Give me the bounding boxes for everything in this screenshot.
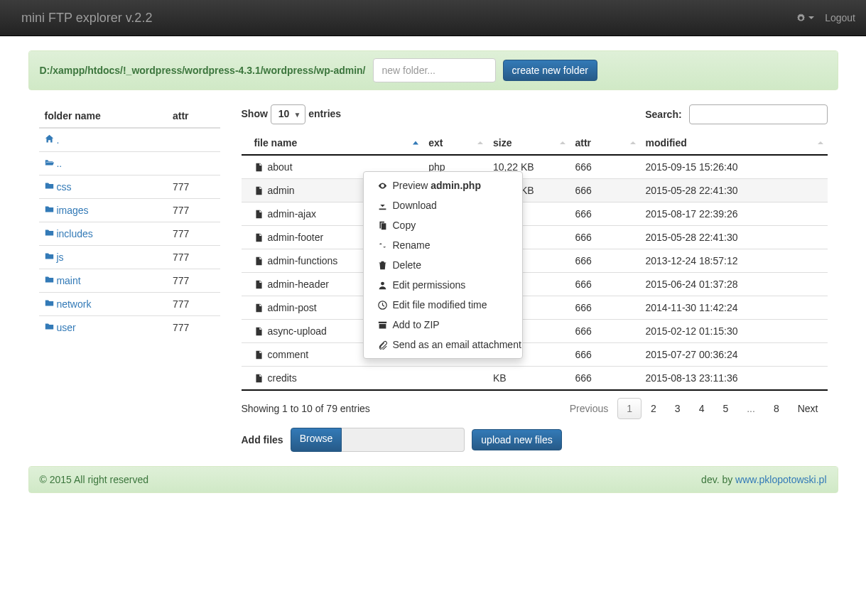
folder-icon [45, 322, 54, 331]
navbar: mini FTP explorer v.2.2 Logout [0, 0, 866, 36]
ctx-rename[interactable]: Rename [364, 235, 522, 255]
file-icon [254, 210, 264, 219]
table-info: Showing 1 to 10 of 79 entries [242, 403, 370, 414]
file-row[interactable]: admin-footerKB6662015-05-28 22:41:30 [242, 226, 828, 249]
gear-icon [796, 13, 806, 23]
col-folder-name: folder name [39, 104, 167, 128]
ctx-email[interactable]: Send as an email attachment [364, 335, 522, 355]
new-folder-input[interactable] [373, 58, 496, 82]
rename-icon [378, 241, 387, 250]
eye-icon [378, 181, 387, 190]
clock-icon [378, 301, 387, 310]
logout-link[interactable]: Logout [825, 12, 855, 23]
caret-down-icon [808, 16, 814, 19]
folder-icon [45, 275, 54, 284]
entries-select[interactable]: 10▼ [271, 104, 306, 124]
folder-row-home[interactable]: . [39, 128, 220, 152]
folder-icon [45, 298, 54, 308]
brand[interactable]: mini FTP explorer v.2.2 [11, 11, 163, 26]
copy-icon [378, 221, 387, 230]
page-next[interactable]: Next [789, 398, 828, 419]
col-file-attr[interactable]: attr [570, 131, 640, 155]
folder-icon [45, 205, 54, 214]
file-row[interactable]: creditsKB6662015-08-13 23:11:36 [242, 367, 828, 391]
browse-button[interactable]: Browse [291, 428, 342, 452]
page-...: ... [737, 398, 764, 419]
col-ext[interactable]: ext [423, 131, 487, 155]
file-row[interactable]: admin-headerKB6662015-06-24 01:37:28 [242, 273, 828, 296]
folder-row[interactable]: js777 [39, 246, 220, 269]
file-row[interactable]: aboutphp10,22 KB6662015-09-15 15:26:40 [242, 155, 828, 179]
page-8[interactable]: 8 [764, 398, 789, 419]
folder-icon [45, 181, 54, 190]
file-icon [254, 163, 264, 172]
folder-row[interactable]: images777 [39, 199, 220, 222]
page-prev: Previous [561, 398, 617, 419]
folder-row[interactable]: maint777 [39, 269, 220, 293]
breadcrumb: D:/xampp/htdocs/!_wordpress/wordpress-4.… [40, 65, 366, 76]
entries-length-label: Show 10▼ entries [242, 104, 342, 124]
settings-dropdown[interactable] [796, 13, 814, 23]
trash-icon [378, 261, 387, 270]
ctx-zip[interactable]: Add to ZIP [364, 315, 522, 335]
file-row[interactable]: async-uploadKB6662015-02-12 01:15:30 [242, 320, 828, 343]
file-icon [254, 303, 264, 313]
folder-open-icon [45, 158, 54, 167]
file-icon [254, 374, 264, 383]
col-attr: attr [167, 104, 220, 128]
page-1[interactable]: 1 [617, 398, 642, 419]
col-file-name[interactable]: file name [242, 131, 423, 155]
file-icon [254, 256, 264, 266]
page-2[interactable]: 2 [642, 398, 666, 419]
ctx-download[interactable]: Download [364, 195, 522, 215]
folder-icon [45, 228, 54, 237]
folder-tree-table: folder name attr . .. css777 images777 i… [39, 104, 220, 339]
file-icon [254, 186, 264, 195]
file-icon [254, 350, 264, 360]
page-4[interactable]: 4 [690, 398, 714, 419]
download-icon [378, 201, 387, 210]
file-row[interactable]: adminphp10,65 KB6662015-05-28 22:41:30 [242, 179, 828, 202]
ctx-preview[interactable]: Preview admin.php [364, 175, 522, 195]
ctx-permissions[interactable]: Edit permissions [364, 275, 522, 295]
ctx-copy[interactable]: Copy [364, 215, 522, 235]
file-table: file name ext size attr modified aboutph… [242, 131, 828, 391]
search-input[interactable] [689, 104, 828, 124]
file-row[interactable]: admin-postKB6662014-11-30 11:42:24 [242, 296, 828, 320]
folder-row[interactable]: css777 [39, 175, 220, 199]
page-3[interactable]: 3 [666, 398, 690, 419]
file-row[interactable]: admin-functions36662013-12-24 18:57:12 [242, 249, 828, 273]
upload-button[interactable]: upload new files [472, 429, 561, 450]
context-menu: Preview admin.php Download Copy Rename D… [363, 171, 523, 359]
archive-icon [378, 320, 387, 330]
paperclip-icon [378, 340, 387, 350]
ctx-delete[interactable]: Delete [364, 255, 522, 275]
add-files-label: Add files [242, 434, 283, 445]
copyright: © 2015 All right reserved [40, 474, 149, 485]
folder-row-up[interactable]: .. [39, 152, 220, 175]
file-row[interactable]: admin-ajaxKB6662015-08-17 22:39:26 [242, 202, 828, 226]
pagination: Previous12345...8Next [561, 398, 828, 419]
user-icon [378, 281, 387, 290]
file-icon [254, 233, 264, 242]
file-row[interactable]: comment7 KB6662015-07-27 00:36:24 [242, 343, 828, 367]
dev-link[interactable]: www.pklopotowski.pl [735, 474, 826, 485]
create-folder-button[interactable]: create new folder [503, 60, 597, 81]
ctx-modtime[interactable]: Edit file modified time [364, 295, 522, 315]
folder-row[interactable]: network777 [39, 293, 220, 316]
file-icon [254, 327, 264, 336]
folder-icon [45, 252, 54, 261]
dev-credit: dev. by www.pklopotowski.pl [701, 474, 826, 485]
browse-filename [342, 428, 465, 452]
file-icon [254, 280, 264, 289]
footer-panel: © 2015 All right reserved dev. by www.pk… [28, 466, 838, 493]
col-modified[interactable]: modified [640, 131, 828, 155]
folder-row[interactable]: user777 [39, 316, 220, 340]
col-size[interactable]: size [487, 131, 570, 155]
search-label: Search: [645, 104, 827, 124]
home-icon [45, 134, 54, 144]
page-5[interactable]: 5 [713, 398, 737, 419]
path-panel: D:/xampp/htdocs/!_wordpress/wordpress-4.… [28, 50, 838, 90]
folder-row[interactable]: includes777 [39, 222, 220, 246]
